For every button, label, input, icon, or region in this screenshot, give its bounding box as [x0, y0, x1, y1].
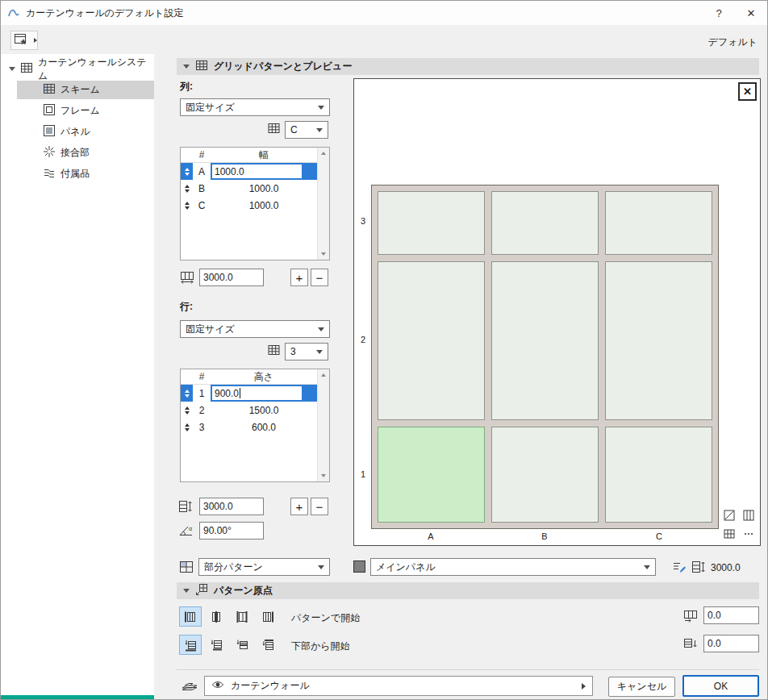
scroll-up-icon[interactable] — [321, 373, 326, 377]
row-drag-handle-icon[interactable] — [185, 168, 190, 176]
rows-total-field[interactable]: 3000.0 — [199, 498, 264, 515]
sidebar-item-scheme[interactable]: スキーム — [17, 81, 154, 99]
row-drag-handle-icon[interactable] — [185, 390, 190, 398]
panel-type-select[interactable]: メインパネル — [370, 558, 656, 576]
pen-set-icon — [181, 679, 198, 694]
status-strip — [1, 695, 154, 700]
preview-panel[interactable] — [378, 191, 485, 255]
add-row-button[interactable]: + — [290, 498, 308, 515]
origin-start-right-button[interactable] — [257, 606, 279, 627]
row-drag-handle-icon[interactable] — [185, 185, 190, 193]
preview-panel[interactable] — [378, 261, 485, 420]
preview-panel[interactable] — [491, 191, 599, 255]
angle-field[interactable]: 90.00° — [199, 522, 264, 540]
rows-table-row[interactable]: 3 600.0 — [181, 419, 317, 435]
partial-pattern-select[interactable]: 部分パターン — [198, 558, 330, 576]
origin-vertical-middle-button[interactable] — [231, 635, 253, 655]
columns-size-mode-select[interactable]: 固定サイズ — [180, 98, 330, 116]
dots-icon[interactable] — [739, 525, 758, 543]
preview-row-label: 3 — [357, 216, 369, 226]
rows-table-row[interactable]: 2 1500.0 — [181, 402, 317, 419]
column-width-value[interactable]: 1000.0 — [211, 183, 317, 194]
sidebar-item-frame[interactable]: フレーム — [17, 102, 154, 120]
column-id-header: # — [193, 149, 211, 160]
origin-start-center-right-button[interactable] — [231, 606, 253, 627]
mullion-bars-icon[interactable] — [739, 506, 758, 524]
sidebar-item-junction[interactable]: 接合部 — [17, 144, 154, 162]
origin-top-button[interactable] — [257, 635, 279, 655]
rows-table-scrollbar[interactable] — [317, 369, 329, 481]
selection-block — [303, 385, 317, 402]
offset-vertical-field[interactable]: 0.0 — [703, 635, 759, 652]
rows-total-value: 3000.0 — [203, 501, 233, 512]
remove-row-button[interactable]: − — [311, 498, 328, 515]
favorites-button[interactable] — [10, 31, 38, 50]
row-height-value[interactable]: 600.0 — [211, 422, 317, 433]
collapse-arrow-icon[interactable] — [183, 65, 190, 69]
origin-vertical-center-button[interactable] — [205, 635, 227, 655]
grid-pattern-section-header[interactable]: グリッドパターンとプレビュー — [177, 58, 759, 75]
wall-height-value[interactable]: 3000.0 — [711, 562, 741, 573]
preview-panel[interactable] — [491, 427, 599, 523]
offset-horizontal-field[interactable]: 0.0 — [703, 606, 759, 624]
row-height-value[interactable]: 1500.0 — [211, 405, 317, 416]
columns-table-row-selected[interactable]: A 1000.0 — [181, 163, 317, 180]
sidebar-item-label: 付属品 — [61, 167, 90, 181]
collapse-arrow-icon[interactable] — [183, 589, 190, 593]
rows-size-mode-select[interactable]: 固定サイズ — [180, 320, 330, 338]
tree-expander-icon[interactable] — [9, 67, 15, 71]
column-width-value: 1000.0 — [215, 166, 244, 177]
chevron-down-icon — [644, 565, 650, 569]
columns-table-row[interactable]: C 1000.0 — [181, 197, 317, 214]
column-count-select[interactable]: C — [285, 121, 328, 139]
preview-panel[interactable] — [605, 261, 712, 420]
columns-table-row[interactable]: B 1000.0 — [181, 180, 317, 197]
accessory-icon — [43, 166, 56, 181]
sidebar-item-accessory[interactable]: 付属品 — [17, 165, 154, 183]
add-column-button[interactable]: + — [290, 269, 308, 286]
default-preset-label[interactable]: デフォルト — [708, 35, 758, 49]
layer-select[interactable]: カーテンウォール — [204, 676, 593, 696]
row-drag-handle-icon[interactable] — [185, 406, 190, 415]
row-drag-handle-icon[interactable] — [185, 423, 190, 431]
sidebar-item-panel[interactable]: パネル — [17, 123, 154, 141]
offset-vertical-icon — [683, 638, 698, 653]
pattern-origin-section-header[interactable]: パターン原点 — [177, 582, 759, 599]
column-row-id: A — [193, 166, 211, 177]
row-row-id: 1 — [193, 388, 211, 399]
origin-bottom-button[interactable] — [179, 635, 202, 655]
sidebar-item-label: パネル — [61, 125, 90, 139]
sidebar-item-label: 接合部 — [61, 146, 90, 160]
scroll-down-icon[interactable] — [321, 252, 326, 256]
row-drag-handle-icon[interactable] — [185, 202, 190, 210]
tree-root-curtain-wall-system[interactable]: カーテンウォールシステム — [1, 60, 154, 78]
scroll-up-icon[interactable] — [321, 152, 326, 155]
cancel-button[interactable]: キャンセル — [608, 677, 675, 697]
columns-table-scrollbar[interactable] — [317, 148, 329, 260]
flyout-right-icon — [582, 683, 586, 690]
diagonal-view-icon[interactable] — [720, 506, 738, 524]
mini-grid-icon[interactable] — [720, 525, 738, 543]
columns-total-field[interactable]: 3000.0 — [199, 269, 264, 286]
origin-start-center-button[interactable] — [205, 606, 227, 627]
preview-panel[interactable] — [491, 261, 599, 420]
preview-panel-selected[interactable] — [378, 427, 485, 523]
rows-table-row-selected[interactable]: 1 900.0 — [181, 385, 317, 402]
preview-close-button[interactable]: ✕ — [738, 82, 757, 101]
preview-panel[interactable] — [605, 191, 712, 255]
transfer-settings-button[interactable] — [670, 558, 688, 576]
help-button[interactable]: ? — [703, 1, 735, 25]
origin-start-left-button[interactable] — [179, 606, 202, 627]
ok-button[interactable]: OK — [682, 675, 759, 697]
column-width-edit-field[interactable]: 1000.0 — [211, 163, 303, 180]
scroll-down-icon[interactable] — [321, 474, 326, 477]
columns-size-mode-value: 固定サイズ — [186, 101, 235, 115]
close-button[interactable]: ✕ — [735, 1, 767, 25]
column-width-value[interactable]: 1000.0 — [211, 200, 317, 211]
panel-color-swatch[interactable] — [353, 560, 365, 573]
row-height-edit-field[interactable]: 900.0 — [211, 385, 303, 402]
preview-panel[interactable] — [605, 427, 712, 523]
angle-icon: α — [178, 524, 194, 540]
row-count-select[interactable]: 3 — [285, 343, 328, 360]
remove-column-button[interactable]: − — [311, 269, 328, 286]
